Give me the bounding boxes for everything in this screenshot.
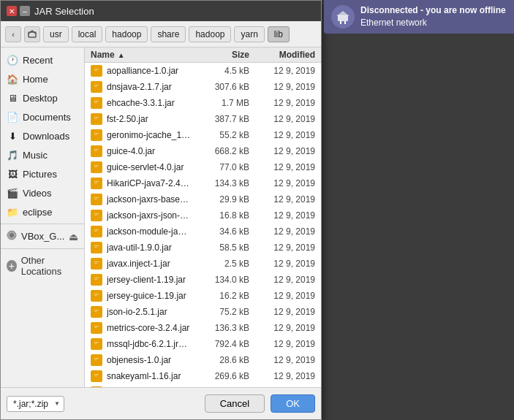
notification-bar: Disconnected - you are now offline Ether… — [324, 0, 514, 34]
file-size: 29.9 kB — [191, 194, 249, 205]
back-button[interactable]: ‹ — [5, 26, 21, 42]
table-row[interactable]: guice-servlet-4.0.jar77.0 kB12 9, 2019 — [85, 159, 321, 175]
file-name: snakeyaml-1.16.jar — [107, 371, 191, 381]
jar-icon — [91, 306, 102, 318]
header-name[interactable]: Name ▲ — [91, 50, 191, 60]
svg-rect-17 — [94, 117, 99, 118]
file-name: json-io-2.5.1.jar — [107, 307, 191, 317]
svg-rect-51 — [94, 295, 97, 296]
path-yarn[interactable]: yarn — [234, 26, 264, 42]
header-modified[interactable]: Modified — [249, 50, 315, 60]
recent-icon: 🕐 — [7, 54, 18, 66]
cancel-button[interactable]: Cancel — [205, 394, 265, 413]
toolbar: ‹ usr local hadoop share hadoop yarn lib — [1, 21, 321, 47]
jar-icon — [91, 81, 102, 93]
svg-rect-35 — [94, 213, 99, 214]
path-usr[interactable]: usr — [43, 26, 69, 42]
jar-icon — [91, 290, 102, 302]
svg-rect-62 — [94, 358, 99, 359]
file-list[interactable]: aopalliance-1.0.jar4.5 kB12 9, 2019dnsja… — [85, 63, 321, 387]
svg-rect-38 — [94, 229, 99, 230]
file-modified: 12 9, 2019 — [249, 98, 315, 108]
action-buttons: Cancel OK — [205, 394, 315, 413]
sidebar-item-eclipse[interactable]: 📁 eclipse — [1, 202, 84, 221]
file-name: jersey-client-1.19.jar — [107, 275, 191, 285]
sidebar-item-pictures[interactable]: 🖼 Pictures — [1, 164, 84, 183]
svg-rect-12 — [94, 86, 97, 87]
table-row[interactable]: metrics-core-3.2.4.jar136.3 kB12 9, 2019 — [85, 320, 321, 336]
file-modified: 12 9, 2019 — [249, 339, 315, 349]
table-row[interactable]: dnsjava-2.1.7.jar307.6 kB12 9, 2019 — [85, 79, 321, 95]
table-row[interactable]: ehcache-3.3.1.jar1.7 MB12 9, 2019 — [85, 95, 321, 111]
jar-selection-dialog: ✕ – JAR Selection ‹ usr local hadoop sha… — [0, 0, 322, 420]
path-local[interactable]: local — [72, 26, 103, 42]
table-row[interactable]: fst-2.50.jar387.7 kB12 9, 2019 — [85, 111, 321, 127]
table-row[interactable]: java-util-1.9.0.jar58.5 kB12 9, 2019 — [85, 240, 321, 256]
add-icon: + — [7, 260, 17, 272]
svg-rect-30 — [94, 183, 97, 183]
file-modified: 12 9, 2019 — [249, 66, 315, 76]
file-name: javax.inject-1.jar — [107, 259, 191, 269]
table-row[interactable]: jackson-jaxrs-json-provider-2.7.8.jar16.… — [85, 207, 321, 224]
table-row[interactable]: mssql-jdbc-6.2.1.jre7.jar792.4 kB12 9, 2… — [85, 336, 321, 352]
file-modified: 12 9, 2019 — [249, 243, 315, 253]
minimize-button[interactable]: – — [20, 6, 30, 16]
sidebar-item-recent[interactable]: 🕐 Recent — [1, 50, 84, 69]
table-row[interactable]: geronimo-jcache_1.0_spec-1.0-alpha-1.jar… — [85, 127, 321, 143]
table-row[interactable]: jersey-guice-1.19.jar16.2 kB12 9, 2019 — [85, 288, 321, 304]
file-modified: 12 9, 2019 — [249, 178, 315, 188]
path-lib[interactable]: lib — [268, 26, 290, 42]
table-row[interactable]: jackson-jaxrs-base-2.7.8.jar29.9 kB12 9,… — [85, 191, 321, 207]
svg-rect-23 — [94, 149, 99, 150]
sidebar-item-music[interactable]: 🎵 Music — [1, 145, 84, 164]
sidebar-item-vbox[interactable]: VBox_G... ⏏ — [1, 226, 84, 246]
table-row[interactable]: guice-4.0.jar668.2 kB12 9, 2019 — [85, 143, 321, 159]
svg-rect-56 — [94, 326, 99, 327]
svg-rect-33 — [94, 199, 97, 199]
filter-wrapper: *.jar;*.zip *.jar *.zip All Files — [7, 396, 64, 412]
table-row[interactable]: jersey-client-1.19.jar134.0 kB12 9, 2019 — [85, 272, 321, 288]
file-name: ehcache-3.3.1.jar — [107, 98, 191, 108]
table-row[interactable]: javax.inject-1.jar2.5 kB12 9, 2019 — [85, 256, 321, 272]
file-size: 387.7 kB — [191, 114, 249, 124]
ok-button[interactable]: OK — [271, 394, 315, 413]
sidebar-item-downloads[interactable]: ⬇ Downloads — [1, 126, 84, 145]
file-modified: 12 9, 2019 — [249, 82, 315, 92]
sidebar-item-desktop[interactable]: 🖥 Desktop — [1, 88, 84, 107]
path-hadoop1[interactable]: hadoop — [105, 26, 148, 42]
file-size: 16.2 kB — [191, 291, 249, 301]
svg-rect-59 — [94, 342, 99, 343]
file-size: 16.8 kB — [191, 210, 249, 221]
header-size[interactable]: Size — [191, 50, 249, 60]
location-icon-button[interactable] — [24, 26, 40, 42]
path-hadoop2[interactable]: hadoop — [189, 26, 231, 42]
file-modified: 12 9, 2019 — [249, 323, 315, 333]
table-row[interactable]: jackson-module-jaxb-annotations-2.7.8.ja… — [85, 224, 321, 240]
path-share[interactable]: share — [151, 26, 186, 42]
table-row[interactable]: aopalliance-1.0.jar4.5 kB12 9, 2019 — [85, 63, 321, 79]
file-modified: 12 9, 2019 — [249, 307, 315, 317]
file-name: jackson-module-jaxb-annotations-2.7.8.ja… — [107, 226, 191, 237]
table-row[interactable]: objenesis-1.0.jar28.6 kB12 9, 2019 — [85, 352, 321, 368]
svg-rect-15 — [94, 102, 97, 103]
sidebar-item-documents[interactable]: 📄 Documents — [1, 107, 84, 126]
file-size: 668.2 kB — [191, 146, 249, 156]
sidebar-label-eclipse: eclipse — [23, 207, 52, 218]
file-size: 269.6 kB — [191, 371, 249, 381]
table-row[interactable]: HikariCP-java7-2.4.12.jar134.3 kB12 9, 2… — [85, 175, 321, 191]
filter-dropdown[interactable]: *.jar;*.zip *.jar *.zip All Files — [7, 396, 64, 412]
documents-icon: 📄 — [7, 111, 18, 123]
sidebar-item-home[interactable]: 🏠 Home — [1, 69, 84, 88]
eject-icon[interactable]: ⏏ — [69, 231, 78, 243]
file-modified: 12 9, 2019 — [249, 162, 315, 172]
close-button[interactable]: ✕ — [7, 6, 17, 16]
sidebar-item-videos[interactable]: 🎬 Videos — [1, 183, 84, 202]
table-row[interactable]: snakeyaml-1.16.jar269.6 kB12 9, 2019 — [85, 368, 321, 384]
sidebar-item-other-locations[interactable]: + Other Locations — [1, 251, 84, 280]
table-row[interactable]: json-io-2.5.1.jar75.2 kB12 9, 2019 — [85, 304, 321, 320]
svg-rect-14 — [94, 101, 99, 102]
sidebar-separator-2 — [1, 248, 84, 249]
svg-rect-29 — [94, 181, 99, 182]
svg-rect-42 — [94, 247, 97, 248]
file-size: 75.2 kB — [191, 307, 249, 317]
